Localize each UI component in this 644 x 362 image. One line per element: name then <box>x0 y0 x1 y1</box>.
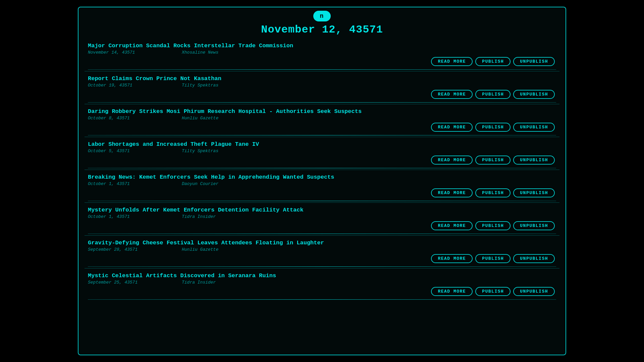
read-more-button-7[interactable]: READ MORE <box>431 254 473 263</box>
news-source-6: Tidra Insider <box>182 214 216 219</box>
unpublish-button-6[interactable]: UNPUBLISH <box>513 221 555 230</box>
read-more-button-8[interactable]: READ MORE <box>431 287 473 296</box>
news-source-7: Hunliu Gazette <box>182 247 218 252</box>
news-item: Major Corruption Scandal Rocks Interstel… <box>85 39 559 71</box>
news-item: Breaking News: Kemet Enforcers Seek Help… <box>85 171 559 203</box>
divider-5 <box>88 201 556 201</box>
news-title-3[interactable]: Daring Robbery Strikes Mosi Phirum Resea… <box>88 108 556 115</box>
news-source-3: Hunliu Gazette <box>182 116 218 121</box>
unpublish-button-4[interactable]: UNPUBLISH <box>513 156 555 165</box>
news-source-2: Tilty Spektras <box>182 83 218 88</box>
news-source-4: Tilty Spektras <box>182 148 218 154</box>
news-meta-5: October 1, 43571 Daoyun Courier <box>88 181 556 186</box>
news-meta-1: November 14, 43571 Xhosaline News <box>88 50 556 55</box>
unpublish-button-3[interactable]: UNPUBLISH <box>513 123 555 132</box>
read-more-button-3[interactable]: READ MORE <box>431 123 473 132</box>
read-more-button-1[interactable]: READ MORE <box>431 57 473 66</box>
news-date-2: October 19, 43571 <box>88 83 182 88</box>
read-more-button-2[interactable]: READ MORE <box>431 90 473 99</box>
news-item: Mystery Unfolds After Kemet Enforcers De… <box>85 203 559 236</box>
news-item: Mystic Celestial Artifacts Discovered in… <box>85 269 559 300</box>
news-title-5[interactable]: Breaking News: Kemet Enforcers Seek Help… <box>88 174 556 180</box>
divider-1 <box>88 69 556 70</box>
read-more-button-6[interactable]: READ MORE <box>431 221 473 230</box>
publish-button-2[interactable]: PUBLISH <box>475 90 511 99</box>
publish-button-8[interactable]: PUBLISH <box>475 287 511 296</box>
divider-8 <box>88 299 556 300</box>
news-meta-4: October 5, 43571 Tilty Spektras <box>88 148 556 154</box>
news-item: Labor Shortages and Increased Theft Plag… <box>85 138 559 170</box>
news-actions-2: READ MORE PUBLISH UNPUBLISH <box>88 90 556 102</box>
publish-button-5[interactable]: PUBLISH <box>475 188 511 197</box>
unpublish-button-5[interactable]: UNPUBLISH <box>513 188 555 197</box>
news-meta-3: October 8, 43571 Hunliu Gazette <box>88 116 556 121</box>
news-actions-1: READ MORE PUBLISH UNPUBLISH <box>88 57 556 69</box>
news-title-7[interactable]: Gravity-Defying Cheese Festival Leaves A… <box>88 240 556 246</box>
news-meta-8: September 25, 43571 Tidra Insider <box>88 280 556 285</box>
news-item: Daring Robbery Strikes Mosi Phirum Resea… <box>85 105 559 137</box>
news-actions-3: READ MORE PUBLISH UNPUBLISH <box>88 123 556 135</box>
news-actions-7: READ MORE PUBLISH UNPUBLISH <box>88 254 556 266</box>
news-actions-6: READ MORE PUBLISH UNPUBLISH <box>88 221 556 234</box>
news-source-5: Daoyun Courier <box>182 181 218 186</box>
unpublish-button-7[interactable]: UNPUBLISH <box>513 254 555 263</box>
news-date-4: October 5, 43571 <box>88 148 182 154</box>
news-date-7: September 28, 43571 <box>88 247 182 252</box>
publish-button-1[interactable]: PUBLISH <box>475 57 511 66</box>
unpublish-button-2[interactable]: UNPUBLISH <box>513 90 555 99</box>
publish-button-7[interactable]: PUBLISH <box>475 254 511 263</box>
news-title-2[interactable]: Report Claims Crown Prince Not Kasathan <box>88 75 556 82</box>
header-date: November 12, 43571 <box>261 23 383 36</box>
news-meta-6: October 1, 43571 Tidra Insider <box>88 214 556 219</box>
news-meta-2: October 19, 43571 Tilty Spektras <box>88 83 556 88</box>
news-date-5: October 1, 43571 <box>88 181 182 186</box>
news-source-1: Xhosaline News <box>182 50 218 55</box>
divider-2 <box>88 102 556 103</box>
news-title-4[interactable]: Labor Shortages and Increased Theft Plag… <box>88 141 556 147</box>
news-title-8[interactable]: Mystic Celestial Artifacts Discovered in… <box>88 273 556 279</box>
news-source-8: Tidra Insider <box>182 280 216 285</box>
read-more-button-5[interactable]: READ MORE <box>431 188 473 197</box>
publish-button-6[interactable]: PUBLISH <box>475 221 511 230</box>
divider-7 <box>88 266 556 267</box>
news-date-8: September 25, 43571 <box>88 280 182 285</box>
divider-6 <box>88 234 556 234</box>
news-list: Major Corruption Scandal Rocks Interstel… <box>85 39 559 349</box>
logo-badge: n <box>313 11 331 21</box>
read-more-button-4[interactable]: READ MORE <box>431 156 473 165</box>
publish-button-3[interactable]: PUBLISH <box>475 123 511 132</box>
news-date-1: November 14, 43571 <box>88 50 182 55</box>
main-container: n November 12, 43571 Major Corruption Sc… <box>78 7 566 355</box>
divider-4 <box>88 168 556 168</box>
divider-3 <box>88 135 556 135</box>
news-actions-8: READ MORE PUBLISH UNPUBLISH <box>88 287 556 299</box>
news-title-6[interactable]: Mystery Unfolds After Kemet Enforcers De… <box>88 207 556 213</box>
unpublish-button-8[interactable]: UNPUBLISH <box>513 287 555 296</box>
news-item: Gravity-Defying Cheese Festival Leaves A… <box>85 236 559 268</box>
news-actions-5: READ MORE PUBLISH UNPUBLISH <box>88 188 556 201</box>
news-item: Report Claims Crown Prince Not Kasathan … <box>85 72 559 104</box>
news-actions-4: READ MORE PUBLISH UNPUBLISH <box>88 156 556 168</box>
news-date-3: October 8, 43571 <box>88 116 182 121</box>
unpublish-button-1[interactable]: UNPUBLISH <box>513 57 555 66</box>
news-title-1[interactable]: Major Corruption Scandal Rocks Interstel… <box>88 43 556 49</box>
news-meta-7: September 28, 43571 Hunliu Gazette <box>88 247 556 252</box>
publish-button-4[interactable]: PUBLISH <box>475 156 511 165</box>
news-date-6: October 1, 43571 <box>88 214 182 219</box>
